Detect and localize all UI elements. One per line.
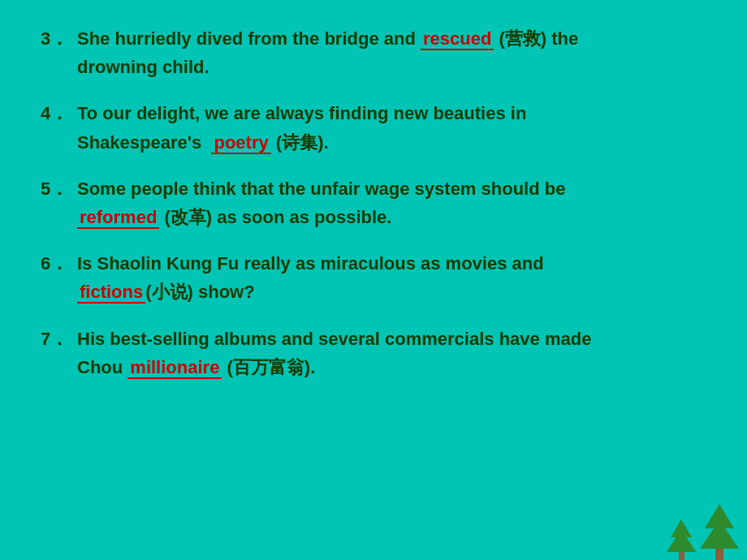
answer-3: rescued xyxy=(421,28,494,50)
tree-large-icon xyxy=(700,504,739,560)
sentence-3: 3． She hurriedly dived from the bridge a… xyxy=(41,24,706,81)
number-5: 5． xyxy=(41,177,77,201)
answer-5: reformed xyxy=(77,207,159,229)
number-3: 3． xyxy=(41,27,77,51)
sentence-5: 5． Some people think that the unfair wag… xyxy=(41,174,706,231)
sentence-6: 6． Is Shaolin Kung Fu really as miraculo… xyxy=(41,249,706,306)
text-3: She hurriedly dived from the bridge and … xyxy=(77,24,578,81)
text-5: Some people think that the unfair wage s… xyxy=(77,174,565,231)
number-6: 6． xyxy=(41,252,77,276)
number-7: 7． xyxy=(41,327,77,351)
sentence-7: 7． His best-selling albums and several c… xyxy=(41,325,706,381)
main-content: 3． She hurriedly dived from the bridge a… xyxy=(0,0,747,416)
answer-4: poetry xyxy=(211,132,270,154)
tree-decoration xyxy=(667,504,739,560)
number-4: 4． xyxy=(41,101,77,126)
text-7: His best-selling albums and several comm… xyxy=(77,325,591,381)
answer-6: fictions xyxy=(77,282,145,304)
text-4: To our delight, we are always finding ne… xyxy=(77,99,526,156)
text-6: Is Shaolin Kung Fu really as miraculous … xyxy=(77,249,544,306)
answer-7: millionaire xyxy=(127,357,222,379)
tree-small-icon xyxy=(667,519,696,560)
sentence-4: 4． To our delight, we are always finding… xyxy=(41,99,706,156)
